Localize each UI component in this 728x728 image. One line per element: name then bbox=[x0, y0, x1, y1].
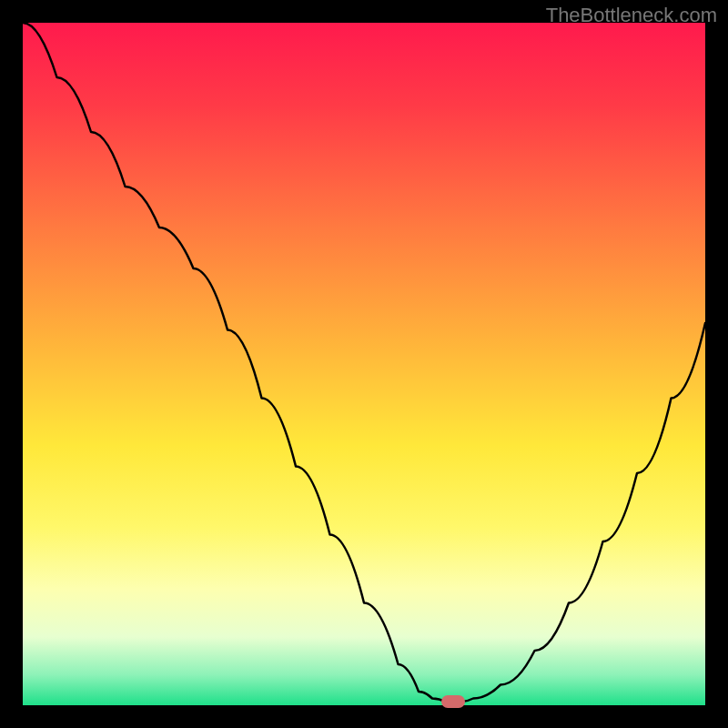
optimal-point-marker bbox=[441, 695, 465, 708]
chart-overlay bbox=[23, 23, 705, 705]
plot-area bbox=[23, 23, 705, 705]
watermark-text: TheBottleneck.com bbox=[546, 4, 717, 27]
bottleneck-curve bbox=[23, 23, 705, 702]
